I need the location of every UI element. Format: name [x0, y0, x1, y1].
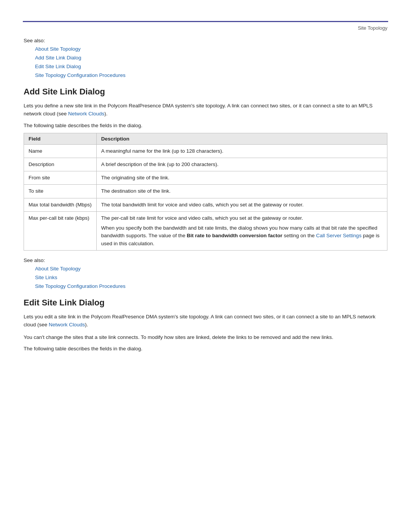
bottom-see-also-links: About Site Topology Site Links Site Topo…: [35, 265, 387, 291]
edit-table-description: The following table describes the fields…: [24, 346, 387, 351]
top-see-also-block: See also: About Site Topology Add Site L…: [24, 38, 387, 80]
desc-max-bandwidth: The total bandwidth limit for voice and …: [96, 198, 387, 211]
edit-section-intro-1: Lets you edit a site link in the Polycom…: [24, 313, 387, 329]
field-max-bandwidth: Max total bandwidth (Mbps): [24, 198, 97, 211]
edit-section-heading: Edit Site Link Dialog: [24, 298, 387, 308]
bottom-see-also-label: See also:: [24, 257, 387, 263]
link-about-site-topology-1[interactable]: About Site Topology: [35, 45, 387, 54]
desc-name: A meaningful name for the link (up to 12…: [96, 144, 387, 158]
add-intro-text-2: ).: [104, 111, 107, 117]
field-max-bitrate: Max per-call bit rate (kbps): [24, 211, 97, 250]
table-row: Name A meaningful name for the link (up …: [24, 144, 387, 158]
top-see-also-label: See also:: [24, 38, 387, 43]
table-row: Description A brief description of the l…: [24, 158, 387, 171]
field-description: Description: [24, 158, 97, 171]
bold-conversion-factor: Bit rate to bandwidth conversion factor: [187, 233, 282, 238]
table-row: To site The destination site of the link…: [24, 185, 387, 198]
link-call-server-settings[interactable]: Call Server Settings: [316, 233, 362, 238]
link-edit-site-link-dialog[interactable]: Edit Site Link Dialog: [35, 62, 387, 71]
col-description: Description: [96, 133, 387, 144]
add-table-description: The following table describes the fields…: [24, 123, 387, 128]
link-site-links[interactable]: Site Links: [35, 273, 387, 282]
link-site-topology-config-procedures-1[interactable]: Site Topology Configuration Procedures: [35, 71, 387, 80]
add-section-heading: Add Site Link Dialog: [24, 87, 387, 97]
header-section-title: Site Topology: [358, 25, 387, 31]
fields-table: Field Description Name A meaningful name…: [24, 133, 387, 251]
page-container: Site Topology See also: About Site Topol…: [0, 21, 411, 532]
col-field: Field: [24, 133, 97, 144]
link-about-site-topology-2[interactable]: About Site Topology: [35, 265, 387, 273]
page-header: Site Topology: [0, 22, 411, 31]
link-add-site-link-dialog[interactable]: Add Site Link Dialog: [35, 54, 387, 62]
desc-to-site: The destination site of the link.: [96, 185, 387, 198]
desc-from-site: The originating site of the link.: [96, 171, 387, 185]
desc-max-bitrate: The per-call bit rate limit for voice an…: [96, 211, 387, 250]
table-header-row: Field Description: [24, 133, 387, 144]
main-content: See also: About Site Topology Add Site L…: [0, 31, 411, 379]
table-row: Max per-call bit rate (kbps) The per-cal…: [24, 211, 387, 250]
link-network-clouds-1[interactable]: Network Clouds: [68, 111, 104, 117]
edit-section-intro-2: You can't change the sites that a site l…: [24, 334, 387, 342]
table-row: Max total bandwidth (Mbps) The total ban…: [24, 198, 387, 211]
field-from-site: From site: [24, 171, 97, 185]
table-row: From site The originating site of the li…: [24, 171, 387, 185]
top-see-also-links: About Site Topology Add Site Link Dialog…: [35, 45, 387, 80]
field-name: Name: [24, 144, 97, 158]
link-network-clouds-2[interactable]: Network Clouds: [49, 322, 85, 328]
add-section-intro: Lets you define a new site link in the P…: [24, 102, 387, 118]
field-to-site: To site: [24, 185, 97, 198]
link-site-topology-config-procedures-2[interactable]: Site Topology Configuration Procedures: [35, 282, 387, 291]
bottom-see-also-block: See also: About Site Topology Site Links…: [24, 257, 387, 291]
desc-description: A brief description of the link (up to 2…: [96, 158, 387, 171]
edit-intro-text-2: ).: [85, 322, 88, 328]
